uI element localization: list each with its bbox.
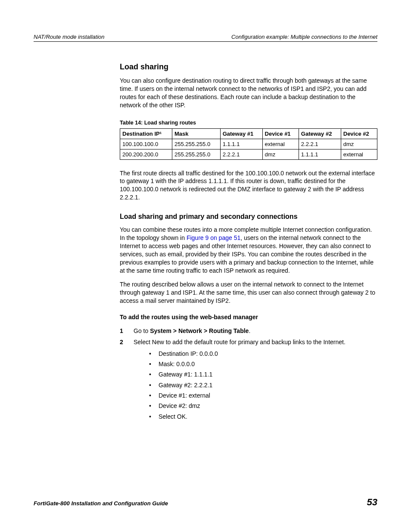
section-title-load-sharing-connections: Load sharing and primary and secondary c… bbox=[120, 213, 377, 221]
step-body: Select New to add the default route for … bbox=[134, 338, 377, 422]
main-content: Load sharing You can also configure dest… bbox=[120, 62, 377, 423]
cell: 100.100.100.0 bbox=[120, 139, 172, 149]
bullet-icon: • bbox=[149, 349, 159, 358]
header-left: NAT/Route mode installation bbox=[34, 34, 105, 40]
col-header: Device #2 bbox=[341, 128, 377, 139]
cell: 200.200.200.0 bbox=[120, 149, 172, 159]
col-header: Gateway #2 bbox=[299, 128, 341, 139]
text: Go to bbox=[134, 327, 150, 334]
list-item: •Device #2: dmz bbox=[149, 401, 377, 410]
paragraph: The routing described below allows a use… bbox=[120, 280, 377, 305]
bullet-text: Device #1: external bbox=[159, 391, 210, 400]
text: . bbox=[249, 327, 250, 334]
bullet-text: Gateway #1: 1.1.1.1 bbox=[159, 370, 212, 379]
cell: external bbox=[341, 149, 377, 159]
page-number: 53 bbox=[367, 497, 377, 508]
table-header-row: Destination IP¹ Mask Gateway #1 Device #… bbox=[120, 128, 377, 139]
col-header: Device #1 bbox=[262, 128, 299, 139]
col-header: Gateway #1 bbox=[220, 128, 262, 139]
step-number: 2 bbox=[120, 338, 134, 422]
bullet-text: Gateway #2: 2.2.2.1 bbox=[159, 381, 212, 389]
bullet-text: Mask: 0.0.0.0 bbox=[159, 360, 195, 368]
cell: 2.2.2.1 bbox=[299, 139, 341, 149]
bullet-icon: • bbox=[149, 401, 159, 410]
bullet-icon: • bbox=[149, 391, 159, 400]
cell: 2.2.2.1 bbox=[220, 149, 262, 159]
bullet-text: Device #2: dmz bbox=[159, 401, 200, 410]
step-number: 1 bbox=[120, 327, 134, 335]
list-item: •Gateway #1: 1.1.1.1 bbox=[149, 370, 377, 379]
col-header: Mask bbox=[172, 128, 221, 139]
list-item: •Destination IP: 0.0.0.0 bbox=[149, 349, 377, 358]
paragraph: You can combine these routes into a more… bbox=[120, 226, 377, 274]
bullet-icon: • bbox=[149, 370, 159, 379]
bullet-icon: • bbox=[149, 360, 159, 368]
menu-path: System > Network > Routing Table bbox=[150, 327, 249, 334]
cell: 1.1.1.1 bbox=[220, 139, 262, 149]
cell: external bbox=[262, 139, 299, 149]
step-body: Go to System > Network > Routing Table. bbox=[134, 327, 377, 335]
col-header: Destination IP¹ bbox=[120, 128, 172, 139]
page-footer: FortiGate-800 Installation and Configura… bbox=[34, 497, 377, 508]
paragraph: You can also configure destination routi… bbox=[120, 77, 377, 109]
bullet-text: Select OK. bbox=[159, 412, 187, 421]
step-item: 2 Select New to add the default route fo… bbox=[120, 338, 377, 422]
cell: 255.255.255.0 bbox=[172, 139, 221, 149]
list-item: •Select OK. bbox=[149, 412, 377, 421]
list-item: •Mask: 0.0.0.0 bbox=[149, 360, 377, 368]
cell: dmz bbox=[262, 149, 299, 159]
bullet-text: Destination IP: 0.0.0.0 bbox=[159, 349, 218, 358]
table-caption: Table 14: Load sharing routes bbox=[120, 120, 377, 126]
table-row: 100.100.100.0 255.255.255.0 1.1.1.1 exte… bbox=[120, 139, 377, 149]
bullet-icon: • bbox=[149, 381, 159, 389]
page-header: NAT/Route mode installation Configuratio… bbox=[34, 34, 377, 42]
paragraph: The first route directs all traffic dest… bbox=[120, 169, 377, 202]
section-title-load-sharing: Load sharing bbox=[120, 62, 377, 72]
cell: 255.255.255.0 bbox=[172, 149, 221, 159]
footer-guide-title: FortiGate-800 Installation and Configura… bbox=[34, 500, 168, 507]
bullet-list: •Destination IP: 0.0.0.0 •Mask: 0.0.0.0 … bbox=[134, 349, 377, 421]
figure-link[interactable]: Figure 9 on page 51 bbox=[187, 234, 240, 241]
table-row: 200.200.200.0 255.255.255.0 2.2.2.1 dmz … bbox=[120, 149, 377, 159]
step-item: 1 Go to System > Network > Routing Table… bbox=[120, 327, 377, 335]
steps-list: 1 Go to System > Network > Routing Table… bbox=[120, 327, 377, 423]
list-item: •Gateway #2: 2.2.2.1 bbox=[149, 381, 377, 389]
cell: dmz bbox=[341, 139, 377, 149]
header-right: Configuration example: Multiple connecti… bbox=[231, 34, 377, 40]
list-item: •Device #1: external bbox=[149, 391, 377, 400]
bullet-icon: • bbox=[149, 412, 159, 421]
load-sharing-routes-table: Destination IP¹ Mask Gateway #1 Device #… bbox=[120, 128, 377, 160]
text: Select New to add the default route for … bbox=[134, 339, 346, 345]
instruction-title: To add the routes using the web-based ma… bbox=[120, 314, 377, 320]
cell: 1.1.1.1 bbox=[299, 149, 341, 159]
